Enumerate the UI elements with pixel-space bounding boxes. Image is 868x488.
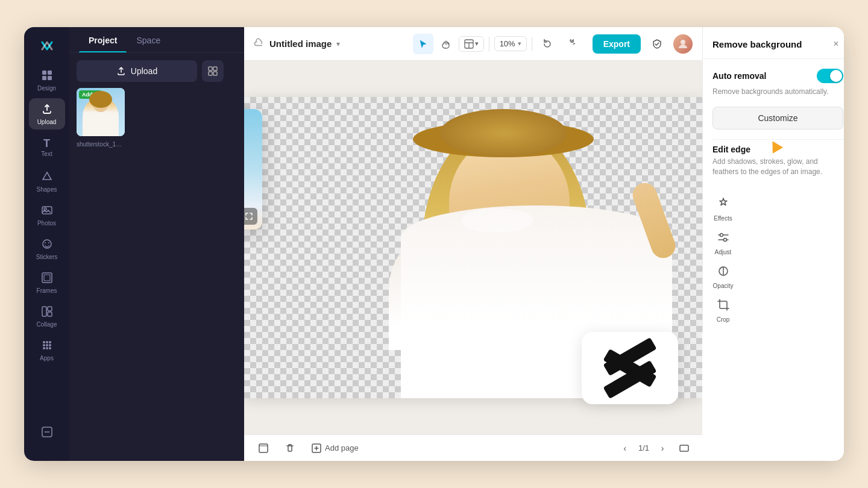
adjust-label: Adjust bbox=[715, 249, 732, 255]
collage-icon bbox=[41, 305, 53, 319]
design-icon bbox=[41, 69, 53, 83]
fit-button[interactable] bbox=[676, 440, 693, 457]
sidebar-item-shapes[interactable]: Shapes bbox=[29, 166, 65, 197]
right-sidebar: Effects Adjust bbox=[702, 186, 743, 333]
upload-button[interactable]: Upload bbox=[77, 60, 197, 82]
sidebar-item-photos[interactable]: Photos bbox=[29, 199, 65, 231]
svg-rect-4 bbox=[48, 76, 52, 80]
sidebar-item-upload[interactable]: Upload bbox=[29, 98, 65, 130]
panel-content: Upload bbox=[69, 53, 244, 461]
svg-rect-27 bbox=[213, 72, 217, 75]
crop-icon bbox=[717, 298, 730, 314]
sidebar-upload-label: Upload bbox=[37, 119, 57, 125]
sidebar-apps-label: Apps bbox=[40, 355, 54, 361]
effects-label: Effects bbox=[714, 215, 732, 222]
edit-edge-title: Edit edge bbox=[712, 145, 843, 154]
frame-settings-icon bbox=[259, 443, 268, 453]
layout-caret: ▾ bbox=[475, 40, 479, 48]
auto-removal-desc: Remove backgrounds automatically. bbox=[712, 87, 843, 97]
svg-rect-0 bbox=[37, 36, 57, 55]
app-logo[interactable] bbox=[36, 34, 58, 57]
expand-icon bbox=[245, 212, 253, 221]
export-button[interactable]: Export bbox=[593, 34, 641, 54]
sidebar-item-frames[interactable]: Frames bbox=[29, 267, 65, 298]
sidebar-item-help[interactable] bbox=[29, 418, 65, 449]
svg-rect-34 bbox=[680, 445, 688, 451]
redo-icon bbox=[565, 39, 575, 49]
delete-button[interactable] bbox=[280, 441, 300, 455]
canvas-wrapper[interactable] bbox=[244, 61, 702, 434]
panel-tabs: Project Space bbox=[69, 27, 244, 53]
prev-page-button[interactable]: ‹ bbox=[617, 440, 634, 457]
sidebar-stickers-label: Stickers bbox=[36, 254, 58, 260]
topbar: Untitled image ▾ bbox=[244, 27, 702, 61]
media-item[interactable]: Added bbox=[77, 88, 125, 136]
edit-edge-desc: Add shadows, strokes, glow, and feathers… bbox=[712, 157, 843, 177]
tab-space[interactable]: Space bbox=[127, 27, 170, 52]
redo-button[interactable] bbox=[560, 34, 580, 54]
apps-icon bbox=[41, 339, 53, 353]
sidebar-item-text[interactable]: T Text bbox=[29, 132, 65, 163]
right-sidebar-item-effects[interactable]: Effects bbox=[707, 193, 740, 225]
page-indicator: 1/1 bbox=[638, 443, 649, 452]
remove-bg-title: Remove background bbox=[712, 39, 802, 49]
sidebar-design-label: Design bbox=[37, 85, 56, 92]
undo-button[interactable] bbox=[537, 34, 558, 54]
right-sidebar-item-opacity[interactable]: Opacity bbox=[707, 261, 740, 292]
svg-point-37 bbox=[720, 233, 723, 236]
upload-btn-label: Upload bbox=[131, 66, 157, 76]
shield-button[interactable] bbox=[647, 34, 667, 54]
select-tool-button[interactable] bbox=[413, 34, 433, 54]
mini-preview-panel[interactable] bbox=[244, 109, 262, 230]
left-sidebar: Design Upload T Text Shapes bbox=[24, 27, 69, 461]
remove-bg-body: Auto removal Remove backgrounds automati… bbox=[703, 59, 844, 186]
view-toggle-button[interactable] bbox=[202, 60, 224, 82]
frame-settings-button[interactable] bbox=[254, 441, 273, 455]
svg-point-20 bbox=[46, 347, 48, 349]
right-sidebar-item-crop[interactable]: Crop bbox=[707, 295, 740, 326]
svg-rect-10 bbox=[42, 307, 46, 316]
avatar[interactable] bbox=[673, 34, 693, 54]
customize-button[interactable]: Customize bbox=[712, 107, 843, 130]
bottombar: Add page ‹ 1/1 › bbox=[244, 434, 702, 461]
cloud-icon bbox=[254, 37, 265, 51]
photos-icon bbox=[41, 204, 53, 218]
logo-watermark bbox=[582, 332, 678, 404]
sidebar-shapes-label: Shapes bbox=[37, 186, 57, 193]
help-icon bbox=[41, 426, 53, 440]
shield-icon bbox=[652, 39, 662, 49]
sidebar-item-design[interactable]: Design bbox=[29, 64, 65, 96]
topbar-left: Untitled image ▾ bbox=[254, 37, 340, 51]
add-page-label: Add page bbox=[325, 443, 359, 452]
hand-tool-button[interactable] bbox=[436, 34, 456, 54]
svg-point-13 bbox=[43, 341, 45, 343]
sidebar-item-apps[interactable]: Apps bbox=[29, 334, 65, 366]
auto-removal-section: Auto removal Remove backgrounds automati… bbox=[712, 69, 843, 97]
page-navigation: ‹ 1/1 › bbox=[617, 440, 693, 457]
hand-icon bbox=[441, 39, 451, 49]
add-page-button[interactable]: Add page bbox=[307, 441, 363, 455]
svg-rect-32 bbox=[259, 444, 268, 452]
auto-removal-top: Auto removal bbox=[712, 69, 843, 83]
doc-title-caret[interactable]: ▾ bbox=[336, 40, 340, 48]
sidebar-item-stickers[interactable]: Stickers bbox=[29, 233, 65, 264]
right-sidebar-item-adjust[interactable]: Adjust bbox=[707, 227, 740, 258]
mini-expand-button[interactable] bbox=[244, 208, 257, 225]
sidebar-frames-label: Frames bbox=[37, 287, 57, 294]
svg-rect-25 bbox=[213, 67, 217, 70]
select-icon bbox=[418, 39, 428, 49]
media-item-label: shutterstock_1490096... bbox=[77, 141, 125, 148]
auto-removal-toggle[interactable] bbox=[817, 69, 843, 83]
sidebar-item-collage[interactable]: Collage bbox=[29, 301, 65, 332]
layout-tool-button[interactable]: ▾ bbox=[459, 36, 484, 52]
zoom-value: 10% bbox=[500, 39, 515, 48]
zoom-control[interactable]: 10% ▾ bbox=[494, 36, 527, 51]
stickers-icon bbox=[41, 238, 53, 252]
svg-rect-3 bbox=[42, 76, 46, 80]
next-page-button[interactable]: › bbox=[654, 440, 671, 457]
tab-project[interactable]: Project bbox=[79, 27, 127, 52]
remove-bg-close-button[interactable]: × bbox=[829, 37, 843, 51]
svg-rect-24 bbox=[209, 67, 212, 70]
sidebar-collage-label: Collage bbox=[37, 321, 57, 328]
doc-title: Untitled image bbox=[269, 39, 332, 49]
